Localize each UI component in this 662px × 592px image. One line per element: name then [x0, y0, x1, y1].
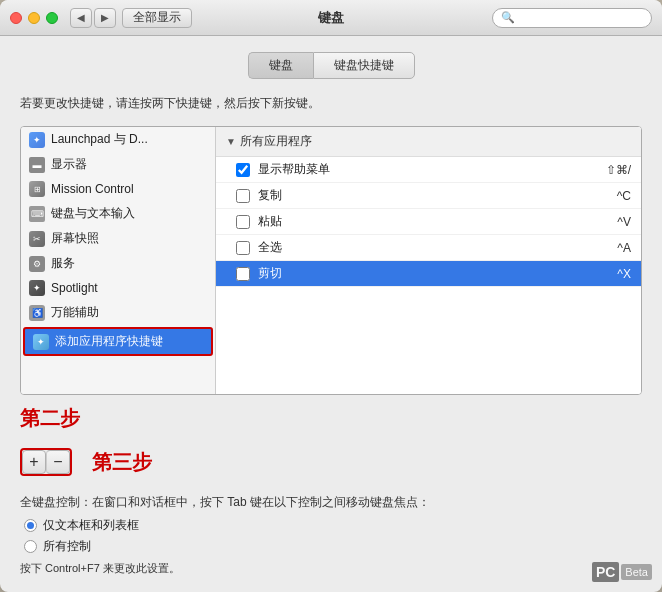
mission-icon: ⊞	[29, 181, 45, 197]
spotlight-icon: ✦	[29, 280, 45, 296]
bottom-buttons: + − 第三步	[20, 448, 642, 476]
tab-bar: 键盘 键盘快捷键	[20, 52, 642, 79]
radio-item-text-only[interactable]: 仅文本框和列表框	[24, 517, 642, 534]
keyboard-icon: ⌨	[29, 206, 45, 222]
sidebar-item-addapp[interactable]: ✦ 添加应用程序快捷键	[23, 327, 213, 356]
watermark: PC Beta	[592, 562, 652, 582]
nav-buttons: ◀ ▶	[70, 8, 116, 28]
shortcut-checkbox-0[interactable]	[236, 163, 250, 177]
left-sidebar: ✦ Launchpad 与 D... ▬ 显示器 ⊞ Mission Contr…	[21, 127, 216, 394]
shortcut-row-0[interactable]: 显示帮助菜单 ⇧⌘/	[216, 157, 641, 183]
helper-icon: ♿	[29, 305, 45, 321]
window-title: 键盘	[318, 9, 344, 27]
main-panel: ✦ Launchpad 与 D... ▬ 显示器 ⊞ Mission Contr…	[20, 126, 642, 395]
close-button[interactable]	[10, 12, 22, 24]
search-box[interactable]: 🔍	[492, 8, 652, 28]
addapp-icon: ✦	[33, 334, 49, 350]
shortcut-row-4[interactable]: 剪切 ^X	[216, 261, 641, 287]
traffic-lights	[10, 12, 58, 24]
shortcut-checkbox-1[interactable]	[236, 189, 250, 203]
instruction-text: 若要更改快捷键，请连按两下快捷键，然后按下新按键。	[20, 95, 642, 112]
display-icon: ▬	[29, 157, 45, 173]
sidebar-item-helper[interactable]: ♿ 万能辅助	[21, 300, 215, 325]
sidebar-item-display[interactable]: ▬ 显示器	[21, 152, 215, 177]
show-all-button[interactable]: 全部显示	[122, 8, 192, 28]
sidebar-item-mission[interactable]: ⊞ Mission Control	[21, 177, 215, 201]
shortcut-row-2[interactable]: 粘贴 ^V	[216, 209, 641, 235]
right-panel: ▼ 所有应用程序 显示帮助菜单 ⇧⌘/ 复制 ^C 粘贴 ^V	[216, 127, 641, 394]
forward-button[interactable]: ▶	[94, 8, 116, 28]
radio-circle-text-only[interactable]	[24, 519, 37, 532]
sidebar-item-screenshot[interactable]: ✂ 屏幕快照	[21, 226, 215, 251]
launchpad-icon: ✦	[29, 132, 45, 148]
tab-keyboard[interactable]: 键盘	[248, 52, 313, 79]
shortcut-checkbox-4[interactable]	[236, 267, 250, 281]
main-content: 键盘 键盘快捷键 若要更改快捷键，请连按两下快捷键，然后按下新按键。 ✦ Lau…	[0, 36, 662, 592]
expand-triangle-icon: ▼	[226, 136, 236, 147]
keyboard-control-title: 全键盘控制：在窗口和对话框中，按下 Tab 键在以下控制之间移动键盘焦点：	[20, 494, 642, 511]
watermark-pc: PC	[592, 562, 619, 582]
tab-shortcuts[interactable]: 键盘快捷键	[313, 52, 415, 79]
shortcut-checkbox-3[interactable]	[236, 241, 250, 255]
remove-shortcut-button[interactable]: −	[46, 450, 70, 474]
step3-label: 第三步	[92, 449, 152, 476]
screenshot-icon: ✂	[29, 231, 45, 247]
back-button[interactable]: ◀	[70, 8, 92, 28]
add-shortcut-button[interactable]: +	[22, 450, 46, 474]
service-icon: ⚙	[29, 256, 45, 272]
step2-label: 第二步	[20, 405, 80, 432]
hint-text: 按下 Control+F7 来更改此设置。	[20, 561, 642, 576]
titlebar: ◀ ▶ 全部显示 键盘 🔍	[0, 0, 662, 36]
sidebar-item-keyboard[interactable]: ⌨ 键盘与文本输入	[21, 201, 215, 226]
search-icon: 🔍	[501, 11, 515, 24]
sidebar-item-service[interactable]: ⚙ 服务	[21, 251, 215, 276]
shortcut-row-3[interactable]: 全选 ^A	[216, 235, 641, 261]
keyboard-control-section: 全键盘控制：在窗口和对话框中，按下 Tab 键在以下控制之间移动键盘焦点： 仅文…	[20, 494, 642, 576]
shortcut-checkbox-2[interactable]	[236, 215, 250, 229]
shortcut-row-1[interactable]: 复制 ^C	[216, 183, 641, 209]
sidebar-item-spotlight[interactable]: ✦ Spotlight	[21, 276, 215, 300]
right-header: ▼ 所有应用程序	[216, 127, 641, 157]
radio-circle-all[interactable]	[24, 540, 37, 553]
maximize-button[interactable]	[46, 12, 58, 24]
watermark-beta: Beta	[621, 564, 652, 580]
radio-group: 仅文本框和列表框 所有控制	[24, 517, 642, 555]
radio-item-all[interactable]: 所有控制	[24, 538, 642, 555]
minimize-button[interactable]	[28, 12, 40, 24]
sidebar-item-launchpad[interactable]: ✦ Launchpad 与 D...	[21, 127, 215, 152]
